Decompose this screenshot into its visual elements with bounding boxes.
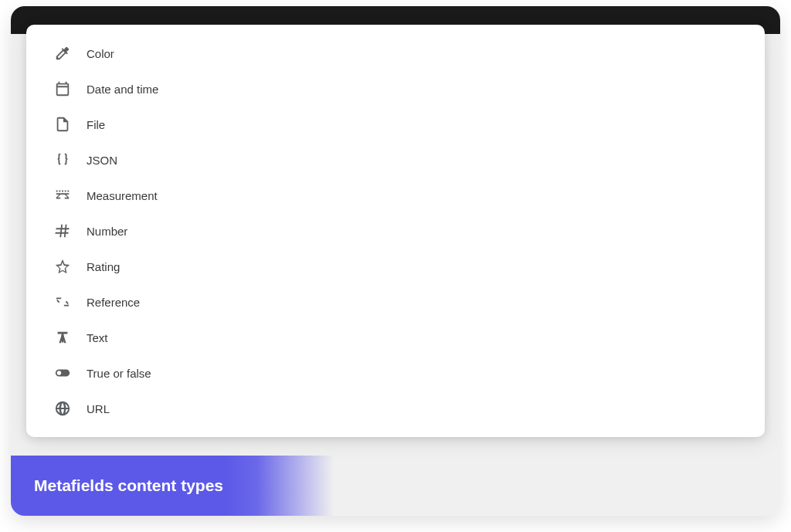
measurement-icon bbox=[54, 187, 71, 204]
option-number[interactable]: Number bbox=[26, 213, 765, 249]
eyedropper-icon bbox=[54, 45, 71, 62]
hash-icon bbox=[54, 222, 71, 239]
option-text[interactable]: Text bbox=[26, 320, 765, 355]
option-label: Color bbox=[87, 47, 114, 60]
option-file[interactable]: File bbox=[26, 107, 765, 142]
app-container: Color Date and time File JSON Measuremen bbox=[11, 6, 780, 516]
option-label: Number bbox=[87, 225, 127, 238]
option-label: File bbox=[87, 118, 105, 131]
option-label: Text bbox=[87, 331, 108, 344]
text-icon bbox=[54, 329, 71, 346]
option-label: Measurement bbox=[87, 189, 158, 202]
globe-icon bbox=[54, 400, 71, 417]
option-true-false[interactable]: True or false bbox=[26, 355, 765, 391]
option-label: True or false bbox=[87, 367, 151, 380]
footer-banner: Metafields content types bbox=[11, 456, 780, 516]
toggle-icon bbox=[54, 364, 71, 381]
option-label: Date and time bbox=[87, 83, 158, 96]
star-icon bbox=[54, 258, 71, 275]
option-label: Reference bbox=[87, 296, 140, 309]
calendar-icon bbox=[54, 80, 71, 97]
option-rating[interactable]: Rating bbox=[26, 249, 765, 284]
option-color[interactable]: Color bbox=[26, 36, 765, 71]
option-url[interactable]: URL bbox=[26, 391, 765, 426]
option-date-time[interactable]: Date and time bbox=[26, 71, 765, 107]
option-label: Rating bbox=[87, 260, 120, 273]
content-type-dropdown: Color Date and time File JSON Measuremen bbox=[26, 25, 765, 437]
option-measurement[interactable]: Measurement bbox=[26, 178, 765, 213]
json-icon bbox=[54, 151, 71, 168]
reference-icon bbox=[54, 293, 71, 310]
option-label: JSON bbox=[87, 154, 117, 167]
file-icon bbox=[54, 116, 71, 133]
option-label: URL bbox=[87, 402, 110, 415]
option-reference[interactable]: Reference bbox=[26, 284, 765, 320]
footer-title: Metafields content types bbox=[34, 476, 223, 495]
option-json[interactable]: JSON bbox=[26, 142, 765, 178]
